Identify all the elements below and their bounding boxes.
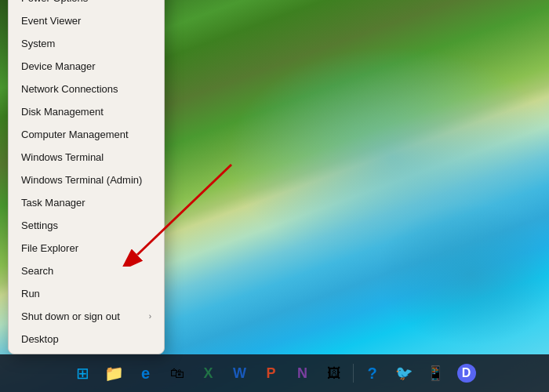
menu-item-label: Device Manager bbox=[21, 60, 96, 72]
windows-icon: ⊞ bbox=[76, 364, 89, 383]
context-menu: Apps and FeaturesMobility CentrePower Op… bbox=[8, 0, 165, 354]
taskbar-edge[interactable]: e bbox=[132, 359, 160, 387]
store-icon: 🛍 bbox=[170, 365, 184, 382]
menu-item-windows-terminal[interactable]: Windows Terminal bbox=[9, 146, 164, 169]
taskbar-twitter[interactable]: 🐦 bbox=[390, 359, 418, 387]
menu-item-label: Windows Terminal (Admin) bbox=[21, 174, 142, 186]
taskbar-whatsapp[interactable]: 📱 bbox=[421, 359, 449, 387]
taskbar-store[interactable]: 🛍 bbox=[163, 359, 191, 387]
menu-item-search[interactable]: Search bbox=[9, 260, 164, 282]
excel-icon: X bbox=[203, 365, 213, 382]
menu-item-shut-down-or-sign-out[interactable]: Shut down or sign out› bbox=[9, 305, 164, 328]
menu-item-label: Task Manager bbox=[21, 197, 85, 209]
word-icon: W bbox=[233, 365, 246, 382]
taskbar-question[interactable]: ? bbox=[358, 359, 387, 387]
menu-item-label: Settings bbox=[21, 220, 58, 231]
question-icon: ? bbox=[367, 365, 376, 383]
menu-item-disk-management[interactable]: Disk Management bbox=[9, 100, 164, 123]
taskbar: ⊞ 📁 e 🛍 X W P N 🖼 ? 🐦 📱 D bbox=[0, 354, 549, 392]
menu-item-label: Windows Terminal bbox=[21, 151, 104, 163]
menu-item-label: Search bbox=[21, 265, 53, 277]
menu-item-file-explorer[interactable]: File Explorer bbox=[9, 237, 164, 260]
whatsapp-icon: 📱 bbox=[427, 365, 444, 382]
menu-item-label: Network Connections bbox=[21, 83, 118, 95]
taskbar-excel[interactable]: X bbox=[195, 359, 223, 387]
taskbar-discord[interactable]: D bbox=[453, 359, 481, 387]
taskbar-divider bbox=[353, 364, 354, 383]
taskbar-powerpoint[interactable]: P bbox=[257, 359, 285, 387]
menu-item-label: File Explorer bbox=[21, 242, 78, 254]
menu-item-settings[interactable]: Settings bbox=[9, 214, 164, 237]
twitter-icon: 🐦 bbox=[395, 365, 413, 382]
discord-icon: D bbox=[457, 364, 476, 383]
edge-icon: e bbox=[141, 365, 150, 383]
menu-item-desktop[interactable]: Desktop bbox=[9, 328, 164, 350]
menu-item-run[interactable]: Run bbox=[9, 282, 164, 305]
menu-item-label: Event Viewer bbox=[21, 15, 81, 27]
powerpoint-icon: P bbox=[266, 365, 275, 382]
menu-item-event-viewer[interactable]: Event Viewer bbox=[9, 9, 164, 32]
menu-item-label: System bbox=[21, 38, 55, 49]
onenote-icon: N bbox=[297, 365, 307, 382]
taskbar-file-explorer[interactable]: 📁 bbox=[100, 359, 129, 387]
start-button[interactable]: ⊞ bbox=[69, 359, 97, 387]
submenu-arrow-icon: › bbox=[149, 312, 151, 321]
menu-item-network-connections[interactable]: Network Connections bbox=[9, 78, 164, 100]
photos-icon: 🖼 bbox=[327, 365, 341, 382]
menu-item-device-manager[interactable]: Device Manager bbox=[9, 55, 164, 78]
taskbar-photos[interactable]: 🖼 bbox=[320, 359, 348, 387]
folder-icon: 📁 bbox=[104, 364, 124, 383]
menu-item-computer-management[interactable]: Computer Management bbox=[9, 123, 164, 146]
menu-item-label: Shut down or sign out bbox=[21, 310, 120, 322]
menu-item-task-manager[interactable]: Task Manager bbox=[9, 191, 164, 214]
menu-item-power-options[interactable]: Power Options bbox=[9, 0, 164, 9]
menu-item-label: Run bbox=[21, 288, 40, 299]
menu-item-label: Disk Management bbox=[21, 106, 104, 118]
menu-item-system[interactable]: System bbox=[9, 32, 164, 55]
menu-item-label: Computer Management bbox=[21, 129, 129, 140]
menu-item-label: Desktop bbox=[21, 333, 59, 345]
menu-item-windows-terminal-admin[interactable]: Windows Terminal (Admin) bbox=[9, 169, 164, 191]
taskbar-word[interactable]: W bbox=[226, 359, 254, 387]
menu-item-label: Power Options bbox=[21, 0, 88, 4]
taskbar-onenote[interactable]: N bbox=[289, 359, 317, 387]
